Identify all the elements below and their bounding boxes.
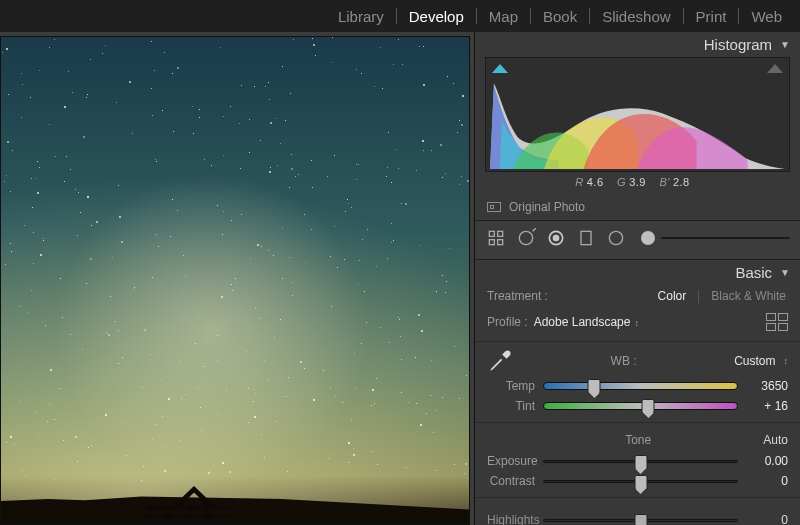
slider-thumb-icon[interactable] <box>634 455 647 470</box>
tint-value[interactable]: + 16 <box>746 399 788 413</box>
tone-header: Tone Auto <box>475 422 800 451</box>
nav-tab-slideshow[interactable]: Slideshow <box>602 8 670 25</box>
svg-point-4 <box>519 231 532 244</box>
wb-label: WB : <box>611 354 637 368</box>
nav-tab-library[interactable]: Library <box>338 8 384 25</box>
chevron-updown-icon: ↕ <box>634 318 639 328</box>
contrast-value[interactable]: 0 <box>746 474 788 488</box>
slider-thumb-icon[interactable] <box>634 514 647 526</box>
original-photo-icon <box>487 202 501 212</box>
local-tools-strip <box>475 220 800 260</box>
basic-title: Basic <box>735 264 772 281</box>
nav-tab-map[interactable]: Map <box>489 8 518 25</box>
chevron-down-icon: ▼ <box>780 39 790 50</box>
auto-tone-button[interactable]: Auto <box>763 433 788 447</box>
chevron-updown-icon: ↕ <box>784 356 789 366</box>
exposure-slider[interactable]: Exposure 0.00 <box>475 451 800 471</box>
svg-rect-3 <box>498 240 503 245</box>
svg-rect-0 <box>489 231 494 236</box>
original-photo-toggle[interactable]: Original Photo <box>475 194 800 220</box>
treatment-row: Treatment : Color Black & White <box>475 285 800 307</box>
nav-tab-print[interactable]: Print <box>696 8 727 25</box>
spot-removal-icon[interactable] <box>515 227 537 249</box>
profile-select[interactable]: Adobe Landscape↕ <box>534 315 639 329</box>
temp-slider[interactable]: Temp 3650 <box>475 376 800 396</box>
eyedropper-icon[interactable] <box>487 348 513 374</box>
nav-tab-book[interactable]: Book <box>543 8 577 25</box>
svg-point-9 <box>609 231 622 244</box>
exposure-value[interactable]: 0.00 <box>746 454 788 468</box>
svg-rect-1 <box>498 231 503 236</box>
nav-tab-web[interactable]: Web <box>751 8 782 25</box>
basic-header[interactable]: Basic ▼ <box>475 260 800 285</box>
tint-slider[interactable]: Tint + 16 <box>475 396 800 416</box>
histogram-readout: R4.6 G3.9 B'2.8 <box>475 172 800 194</box>
histogram[interactable] <box>485 57 790 172</box>
histogram-title: Histogram <box>704 36 772 53</box>
image-canvas[interactable] <box>0 32 474 525</box>
contrast-slider[interactable]: Contrast 0 <box>475 471 800 491</box>
graduated-filter-icon[interactable] <box>575 227 597 249</box>
nav-tab-develop[interactable]: Develop <box>409 8 464 25</box>
clipping-highlight-icon[interactable] <box>767 64 783 73</box>
profile-browser-button[interactable] <box>766 313 788 331</box>
temp-value[interactable]: 3650 <box>746 379 788 393</box>
svg-point-7 <box>554 236 559 241</box>
svg-rect-2 <box>489 240 494 245</box>
profile-label: Profile : <box>487 315 528 329</box>
redeye-tool-icon[interactable] <box>545 227 567 249</box>
svg-line-5 <box>533 228 536 231</box>
histogram-header[interactable]: Histogram ▼ <box>475 32 800 57</box>
highlights-value[interactable]: 0 <box>746 513 788 525</box>
module-nav: LibraryDevelopMapBookSlideshowPrintWeb <box>0 0 800 32</box>
treatment-label: Treatment : <box>487 289 548 303</box>
slider-thumb-icon[interactable] <box>642 399 655 414</box>
wb-preset-select[interactable]: Custom↕ <box>734 354 788 368</box>
treatment-color[interactable]: Color <box>656 289 689 303</box>
preview-photo <box>0 36 470 525</box>
original-photo-label: Original Photo <box>509 200 585 214</box>
right-panel: Histogram ▼ R4.6 G3.9 B'2.8 Original Pho <box>474 32 800 525</box>
radial-filter-icon[interactable] <box>605 227 627 249</box>
profile-row: Profile : Adobe Landscape↕ <box>475 307 800 342</box>
slider-thumb-icon[interactable] <box>588 379 601 394</box>
tone-label: Tone <box>513 433 763 447</box>
svg-rect-8 <box>581 231 591 244</box>
highlights-slider[interactable]: Highlights 0 <box>475 510 800 525</box>
wb-row: WB : Custom↕ <box>487 348 788 374</box>
mask-amount-slider[interactable] <box>641 231 790 245</box>
clipping-shadow-icon[interactable] <box>492 64 508 73</box>
treatment-bw[interactable]: Black & White <box>709 289 788 303</box>
crop-tool-icon[interactable] <box>485 227 507 249</box>
slider-thumb-icon[interactable] <box>634 475 647 490</box>
chevron-down-icon: ▼ <box>780 267 790 278</box>
slider-thumb-icon[interactable] <box>641 231 655 245</box>
